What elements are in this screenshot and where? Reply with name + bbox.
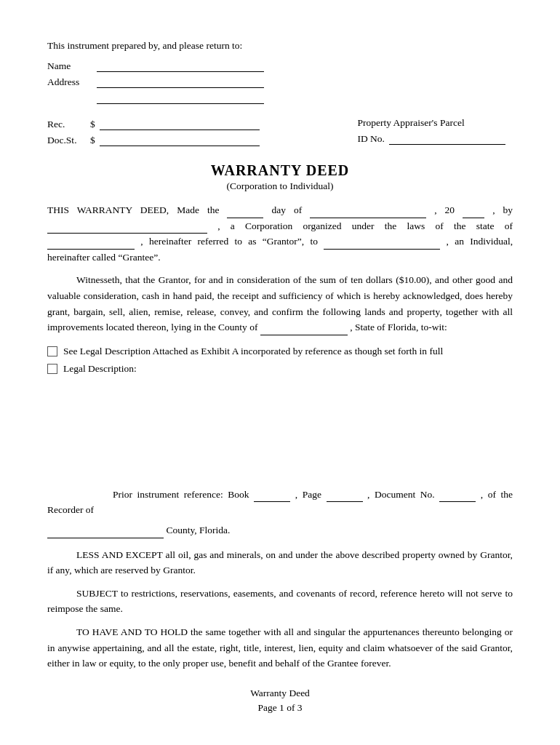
- witnesseth-section: Witnesseth, that the Grantor, for and in…: [47, 272, 513, 335]
- to-have-section: TO HAVE AND TO HOLD the same together wi…: [47, 624, 513, 672]
- day-of-text: day of: [271, 204, 302, 215]
- page-blank: [327, 490, 363, 502]
- name-label: Name: [47, 60, 97, 72]
- page-text: , Page: [295, 489, 321, 500]
- checkbox-1[interactable]: [47, 346, 57, 356]
- month-blank: [310, 207, 426, 218]
- subject-section: SUBJECT to restrictions, reservations, e…: [47, 586, 513, 617]
- corp-text: , a Corporation organized under the laws…: [217, 220, 513, 231]
- document-page: This instrument prepared by, and please …: [0, 0, 560, 745]
- page-label: Page 1 of 3: [47, 702, 513, 714]
- address-field-line-2: [97, 91, 264, 104]
- footer-label: Warranty Deed: [47, 688, 513, 699]
- rec-dollar: $: [90, 119, 95, 130]
- address-second-row: [97, 91, 513, 104]
- checkbox-row-1[interactable]: See Legal Description Attached as Exhibi…: [47, 346, 513, 357]
- year-suffix-text: , by: [492, 204, 513, 215]
- footer-section: Warranty Deed Page 1 of 3: [47, 688, 513, 714]
- checkbox-2[interactable]: [47, 364, 57, 374]
- rec-amount-line: [100, 117, 260, 130]
- year-prefix-text: , 20: [434, 204, 455, 215]
- subtitle: (Corporation to Individual): [47, 180, 513, 192]
- less-except-text: LESS AND EXCEPT all oil, gas and mineral…: [47, 549, 513, 576]
- prepared-by-label: This instrument prepared by, and please …: [47, 40, 513, 52]
- day-blank: [227, 207, 263, 218]
- docst-amount-line: [100, 133, 260, 146]
- county-blank: [260, 324, 348, 335]
- address-row: Address: [47, 75, 513, 88]
- less-except-section: LESS AND EXCEPT all oil, gas and mineral…: [47, 547, 513, 578]
- id-no-label: ID No.: [358, 133, 385, 145]
- subject-text: SUBJECT to restrictions, reservations, e…: [47, 588, 513, 615]
- prior-county-line: County, Florida.: [47, 522, 513, 538]
- checkbox-1-label: See Legal Description Attached as Exhibi…: [63, 346, 443, 357]
- parcel-label: Property Appraiser's Parcel: [358, 117, 506, 129]
- rec-label: Rec.: [47, 119, 87, 130]
- prepared-by-section: This instrument prepared by, and please …: [47, 40, 513, 104]
- warranty-intro-section: THIS WARRANTY DEED, Made the day of , 20…: [47, 202, 513, 265]
- address-field-line: [97, 75, 264, 88]
- county-name-blank: [47, 527, 164, 538]
- checkbox-row-2[interactable]: Legal Description:: [47, 363, 513, 375]
- title-section: WARRANTY DEED (Corporation to Individual…: [47, 162, 513, 192]
- to-have-text: TO HAVE AND TO HOLD the same together wi…: [47, 626, 513, 669]
- id-no-line: [389, 132, 505, 145]
- state-blank: [47, 238, 135, 250]
- year-blank: [463, 207, 484, 218]
- docst-label: Doc.St.: [47, 135, 87, 146]
- main-title: WARRANTY DEED: [47, 162, 513, 179]
- document-no-text: , Document No.: [367, 489, 435, 500]
- prior-instrument-indent: Prior instrument reference: Book , Page …: [47, 489, 513, 516]
- docst-dollar: $: [90, 135, 95, 146]
- name-row: Name: [47, 59, 513, 72]
- grantee-blank: [324, 238, 440, 250]
- doc-no-blank: [439, 490, 476, 502]
- docst-row: Doc.St. $: [47, 133, 260, 146]
- book-blank: [254, 490, 290, 502]
- state-text: , State of Florida, to-wit:: [350, 322, 447, 332]
- grantor-name-blank: [47, 222, 207, 234]
- property-appraiser-section: Property Appraiser's Parcel ID No.: [358, 117, 506, 145]
- rec-doc-section: Rec. $ Doc.St. $ Property Appraiser's Pa…: [47, 117, 513, 146]
- warranty-intro-text: THIS WARRANTY DEED, Made the: [47, 204, 219, 215]
- legal-description-space: [47, 385, 513, 487]
- checkbox-2-label: Legal Description:: [63, 363, 137, 375]
- name-field-line: [97, 59, 264, 72]
- address-label: Address: [47, 76, 97, 88]
- rec-row: Rec. $: [47, 117, 260, 130]
- checkbox-section: See Legal Description Attached as Exhibi…: [47, 346, 513, 375]
- prior-instrument-text: Prior instrument reference: Book: [113, 489, 249, 500]
- grantor-text: , hereinafter referred to as “Grantor”, …: [140, 236, 318, 247]
- county-text: County, Florida.: [166, 525, 230, 535]
- prior-instrument-section: Prior instrument reference: Book , Page …: [47, 487, 513, 518]
- id-row: ID No.: [358, 132, 506, 145]
- rec-doc-left: Rec. $ Doc.St. $: [47, 117, 260, 146]
